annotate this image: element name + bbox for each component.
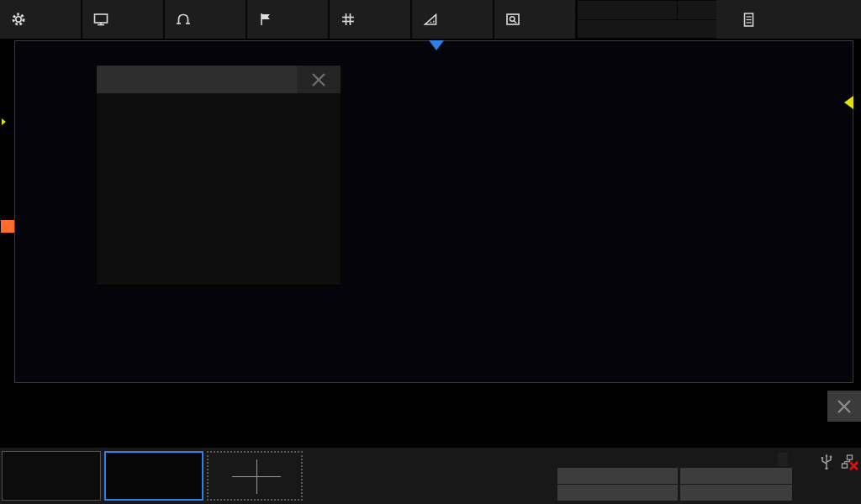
run-state-indicator: [678, 1, 716, 19]
trigger-status-box[interactable]: [680, 451, 792, 501]
add-channel-button[interactable]: [207, 451, 303, 501]
menu-item-display[interactable]: [82, 0, 165, 39]
peaks-col-amplitude: [145, 95, 241, 112]
right-arrow-icon: [2, 118, 6, 125]
trigger-frequency-readout: [578, 20, 716, 38]
io-status-icons: [820, 454, 859, 470]
menu-item-cursors[interactable]: [330, 0, 412, 39]
menu-item-utility[interactable]: [0, 0, 82, 39]
gear-icon: [11, 12, 26, 27]
channel-c1-status-box[interactable]: [2, 451, 101, 501]
usb-icon: [820, 454, 833, 470]
menu-item-math[interactable]: [716, 0, 861, 39]
menu-bar: [0, 0, 861, 39]
peaks-list-dialog: [97, 66, 341, 285]
menu-item-acquire[interactable]: [165, 0, 247, 39]
display-icon: [93, 12, 108, 27]
trigger-flag-icon: [258, 12, 273, 27]
measurement-panel: [0, 391, 861, 446]
peaks-col-frequency: [243, 95, 341, 112]
acquire-icon: [176, 12, 191, 27]
measure-icon: [423, 12, 438, 27]
trigger-coupling: [783, 453, 788, 466]
analysis-icon: [505, 12, 520, 27]
cursors-icon: [341, 12, 356, 27]
peaks-dialog-close-button[interactable]: [297, 66, 341, 93]
status-bar: [0, 448, 861, 504]
close-icon: [834, 396, 854, 417]
brand-logo: [578, 1, 677, 19]
plus-icon: [256, 459, 257, 494]
peaks-dialog-titlebar[interactable]: [97, 66, 341, 93]
menu-item-meas[interactable]: [412, 0, 494, 39]
peaks-table-header: [97, 95, 341, 112]
trigger-position-marker-icon[interactable]: [429, 40, 444, 50]
trigger-level-marker-icon[interactable]: [844, 96, 853, 109]
lan-disconnected-icon: [841, 454, 859, 470]
timebase-status-box[interactable]: [557, 451, 678, 501]
brand-status-cluster: [577, 0, 716, 39]
channel-c1-level-marker[interactable]: [1, 118, 6, 125]
menu-item-trigger[interactable]: [247, 0, 330, 39]
fft-f1-badge[interactable]: [1, 220, 14, 233]
measurement-panel-close-button[interactable]: [827, 391, 861, 422]
peaks-col-peak: [98, 95, 144, 112]
math-clipboard-icon: [742, 12, 756, 28]
menu-item-analysis[interactable]: [494, 0, 577, 39]
math-f1-status-box[interactable]: [104, 451, 203, 501]
oscilloscope-screen: [0, 0, 861, 504]
close-icon: [309, 71, 328, 89]
